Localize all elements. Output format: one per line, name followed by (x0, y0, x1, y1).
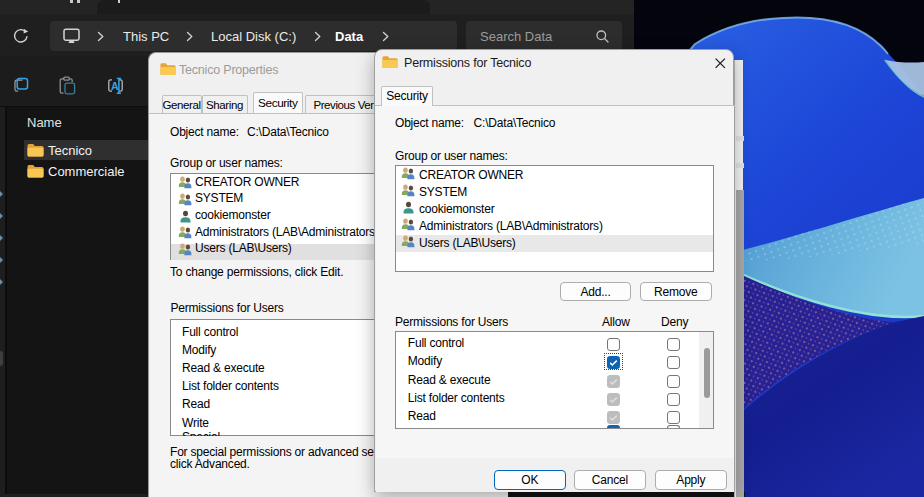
svg-text:A: A (111, 80, 119, 92)
